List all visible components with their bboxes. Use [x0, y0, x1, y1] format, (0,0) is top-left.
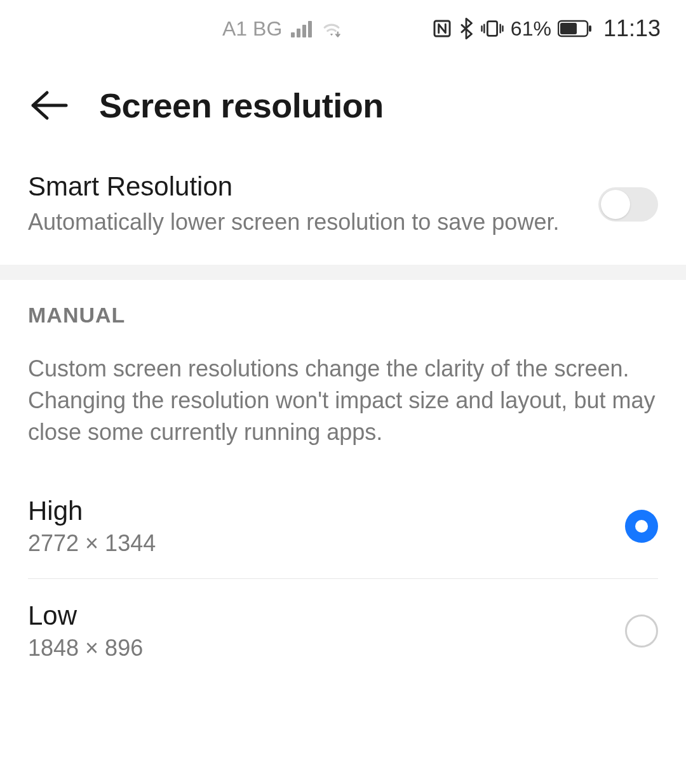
manual-section-header: MANUAL [0, 280, 686, 333]
option-value: 1848 × 896 [28, 635, 143, 661]
header: Screen resolution [0, 57, 686, 154]
battery-icon [558, 20, 592, 37]
signal-icon [291, 20, 312, 37]
svg-rect-3 [560, 23, 577, 34]
radio-selected-icon[interactable] [625, 510, 658, 543]
vibrate-icon [480, 18, 504, 39]
page-title: Screen resolution [99, 86, 384, 125]
status-right: 61% 11:13 [432, 15, 661, 42]
toggle-knob [601, 190, 630, 219]
back-button[interactable] [28, 83, 74, 128]
clock: 11:13 [603, 15, 661, 42]
status-left: A1 BG [222, 17, 342, 41]
wifi-icon [321, 20, 342, 37]
smart-resolution-toggle[interactable] [598, 187, 658, 222]
smart-resolution-row[interactable]: Smart Resolution Automatically lower scr… [0, 154, 686, 265]
radio-unselected-icon[interactable] [625, 615, 658, 648]
manual-section-description: Custom screen resolutions change the cla… [0, 333, 686, 474]
section-divider [0, 265, 686, 280]
option-label: High [28, 496, 156, 526]
svg-rect-4 [589, 25, 591, 32]
bluetooth-icon [459, 18, 474, 39]
resolution-options: High 2772 × 1344 Low 1848 × 896 [0, 474, 686, 683]
status-bar: A1 BG 61% 11:13 [0, 0, 686, 57]
battery-percentage: 61% [511, 17, 551, 41]
nfc-icon [432, 18, 452, 39]
back-arrow-icon [28, 89, 69, 122]
carrier-label: A1 BG [222, 17, 282, 41]
resolution-option-high[interactable]: High 2772 × 1344 [28, 474, 658, 578]
smart-resolution-title: Smart Resolution [28, 171, 573, 202]
svg-rect-1 [487, 22, 497, 36]
option-label: Low [28, 601, 143, 631]
resolution-option-low[interactable]: Low 1848 × 896 [28, 578, 658, 683]
option-value: 2772 × 1344 [28, 530, 156, 557]
smart-resolution-description: Automatically lower screen resolution to… [28, 207, 573, 238]
